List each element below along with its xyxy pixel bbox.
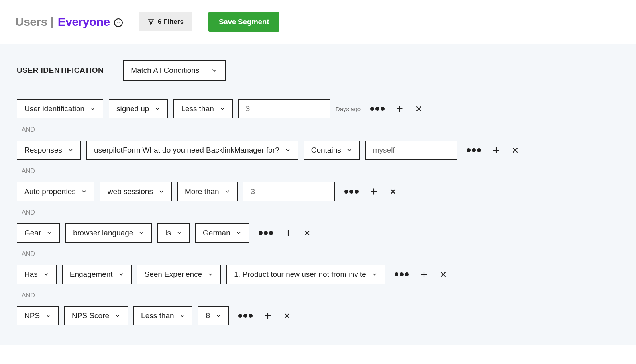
add-button[interactable] <box>284 229 292 237</box>
filter-row: Gear browser language Is German <box>17 223 619 243</box>
attribute-select[interactable]: NPS <box>17 306 59 325</box>
remove-button[interactable] <box>283 312 291 320</box>
select-value: Seen Experience <box>145 270 202 279</box>
operator-select[interactable]: Is <box>157 223 190 243</box>
chevron-down-icon <box>45 313 51 319</box>
close-icon <box>303 229 311 237</box>
plus-icon <box>396 105 404 113</box>
close-icon <box>439 270 447 278</box>
select-value: Gear <box>24 229 41 237</box>
property-select[interactable]: NPS Score <box>64 306 128 325</box>
select-value: User identification <box>24 104 84 113</box>
segment-name: Everyone <box>58 15 110 29</box>
chevron-down-icon <box>159 189 164 194</box>
and-divider: AND <box>17 205 619 223</box>
operator-select[interactable]: Less than <box>173 99 232 118</box>
add-button[interactable] <box>264 312 272 320</box>
operator-select[interactable]: Seen Experience <box>137 265 221 284</box>
select-value: Responses <box>24 146 62 155</box>
select-value: More than <box>185 187 219 196</box>
close-icon <box>415 105 423 113</box>
value-select[interactable]: 8 <box>198 306 229 325</box>
add-button[interactable] <box>420 270 428 278</box>
chevron-down-icon <box>179 313 185 319</box>
attribute-select[interactable]: User identification <box>17 99 103 118</box>
row-actions <box>344 188 397 196</box>
filters-button[interactable]: 6 Filters <box>139 12 192 31</box>
save-segment-button[interactable]: Save Segment <box>208 12 279 32</box>
filters-body: USER IDENTIFICATION Match All Conditions… <box>0 44 636 345</box>
funnel-icon <box>147 18 155 25</box>
chevron-down-icon <box>155 106 160 112</box>
operator-select[interactable]: Contains <box>304 141 360 160</box>
identification-row: USER IDENTIFICATION Match All Conditions <box>17 60 619 81</box>
chevron-down-icon <box>139 230 144 236</box>
chevron-down-icon <box>224 189 230 194</box>
select-value: Contains <box>311 146 341 155</box>
and-divider: AND <box>17 288 619 306</box>
select-value: German <box>203 229 230 237</box>
filter-row: NPS NPS Score Less than 8 <box>17 306 619 325</box>
more-button[interactable] <box>370 107 385 111</box>
more-button[interactable] <box>259 231 273 235</box>
more-button[interactable] <box>238 314 253 318</box>
and-divider: AND <box>17 122 619 141</box>
more-button[interactable] <box>395 272 409 276</box>
chevron-down-icon <box>211 67 218 74</box>
value-input[interactable] <box>365 141 457 160</box>
attribute-select[interactable]: Responses <box>17 141 81 160</box>
page-title-group: Users | Everyone <box>15 15 123 29</box>
remove-button[interactable] <box>303 229 311 237</box>
select-value: browser language <box>73 229 133 237</box>
select-value: userpilotForm What do you need BacklinkM… <box>94 146 279 155</box>
remove-button[interactable] <box>389 188 397 196</box>
property-select[interactable]: web sessions <box>100 182 172 201</box>
property-select[interactable]: userpilotForm What do you need BacklinkM… <box>86 141 298 160</box>
close-icon <box>511 146 519 154</box>
chevron-down-icon <box>285 147 291 153</box>
attribute-select[interactable]: Has <box>17 265 57 284</box>
chevron-down-icon <box>372 272 377 277</box>
attribute-select[interactable]: Auto properties <box>17 182 94 201</box>
add-button[interactable] <box>370 188 378 196</box>
chevron-down-icon <box>177 230 182 236</box>
operator-select[interactable]: More than <box>177 182 238 201</box>
value-select[interactable]: German <box>195 223 249 243</box>
value-select[interactable]: 1. Product tour new user not from invite <box>226 265 385 284</box>
select-value: Auto properties <box>24 187 76 196</box>
chevron-down-icon <box>118 272 124 277</box>
plus-icon <box>492 146 500 154</box>
close-icon <box>283 312 291 320</box>
value-input[interactable] <box>243 182 335 201</box>
property-select[interactable]: browser language <box>65 223 152 243</box>
remove-button[interactable] <box>511 146 519 154</box>
chevron-down-icon <box>115 313 120 319</box>
chevron-down-icon <box>43 272 49 277</box>
segment-dropdown-toggle[interactable] <box>114 18 123 27</box>
match-mode-select[interactable]: Match All Conditions <box>123 60 226 81</box>
plus-icon <box>420 270 428 278</box>
row-actions <box>467 146 519 154</box>
select-value: signed up <box>116 104 149 113</box>
more-button[interactable] <box>467 148 481 152</box>
property-select[interactable]: Engagement <box>62 265 132 284</box>
select-value: Engagement <box>70 270 113 279</box>
attribute-select[interactable]: Gear <box>17 223 60 243</box>
select-value: web sessions <box>108 187 153 196</box>
unit-suffix: Days ago <box>336 106 361 112</box>
add-button[interactable] <box>492 146 500 154</box>
remove-button[interactable] <box>415 105 423 113</box>
select-value: Has <box>24 270 38 279</box>
row-actions <box>395 270 447 278</box>
more-button[interactable] <box>344 190 359 194</box>
property-select[interactable]: signed up <box>109 99 168 118</box>
chevron-down-icon <box>220 106 225 112</box>
row-actions <box>370 105 423 113</box>
select-value: NPS <box>24 311 40 320</box>
remove-button[interactable] <box>439 270 447 278</box>
and-divider: AND <box>17 247 619 265</box>
value-input[interactable] <box>238 99 330 118</box>
filter-row: Responses userpilotForm What do you need… <box>17 141 619 160</box>
add-button[interactable] <box>396 105 404 113</box>
operator-select[interactable]: Less than <box>133 306 192 325</box>
